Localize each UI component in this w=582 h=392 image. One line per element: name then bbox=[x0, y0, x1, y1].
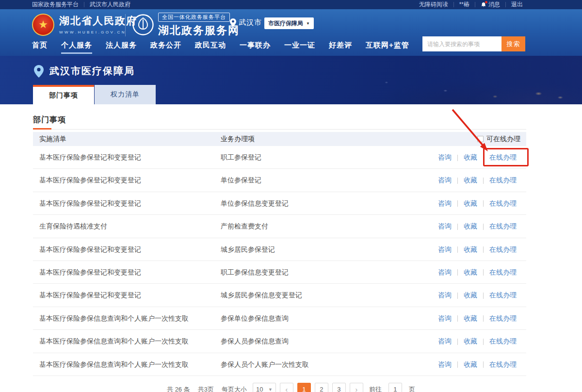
online-handle-link[interactable]: 在线办理 bbox=[489, 199, 517, 208]
online-handle-link[interactable]: 在线办理 bbox=[489, 245, 517, 254]
divider bbox=[125, 14, 126, 36]
online-handle-link[interactable]: 在线办理 bbox=[489, 337, 517, 346]
platform-badge: 全国一体化政务服务平台 bbox=[158, 13, 230, 22]
consult-link[interactable]: 咨询 bbox=[438, 222, 452, 231]
divider bbox=[457, 178, 458, 184]
page-button-2[interactable]: 2 bbox=[315, 383, 328, 392]
nav-item-rating[interactable]: 好差评 bbox=[329, 41, 352, 54]
consult-link[interactable]: 咨询 bbox=[438, 291, 452, 300]
prev-page-button[interactable]: ‹ bbox=[280, 383, 293, 392]
online-handle-link[interactable]: 在线办理 bbox=[489, 291, 517, 300]
divider bbox=[483, 200, 484, 207]
page-button-1[interactable]: 1 bbox=[297, 383, 311, 392]
nav-item-gov-disclosure[interactable]: 政务公开 bbox=[150, 41, 181, 54]
site-title-block[interactable]: 全国一体化政务服务平台 湖北政务服务网 bbox=[158, 12, 240, 38]
next-page-button[interactable]: › bbox=[350, 383, 363, 392]
page-title: 武汉市医疗保障局 bbox=[49, 65, 135, 78]
row-actions: 咨询 收藏 在线办理 bbox=[438, 176, 517, 185]
consult-link[interactable]: 咨询 bbox=[438, 360, 452, 369]
nav-item-home[interactable]: 首页 bbox=[32, 41, 48, 54]
city-selector[interactable]: 武汉市 bbox=[230, 18, 262, 27]
topbar-right-links: 无障碍阅读 **椿 消息 退出 bbox=[419, 0, 523, 9]
consult-link[interactable]: 咨询 bbox=[438, 176, 452, 185]
department-dropdown[interactable]: 市医疗保障局 ▼ bbox=[264, 17, 314, 29]
search-input[interactable] bbox=[422, 36, 501, 51]
main-nav: 首页 个人服务 法人服务 政务公开 政民互动 一事联办 一业一证 好差评 互联网… bbox=[32, 41, 423, 54]
consult-link[interactable]: 咨询 bbox=[438, 314, 452, 323]
online-handle-link[interactable]: 在线办理 bbox=[489, 153, 517, 162]
search-button[interactable]: 搜索 bbox=[501, 36, 525, 51]
national-platform-link[interactable]: 国家政务服务平台 bbox=[32, 0, 79, 9]
online-handle-link[interactable]: 在线办理 bbox=[489, 360, 517, 369]
favorite-link[interactable]: 收藏 bbox=[464, 360, 477, 369]
site-name: 湖北政务服务网 bbox=[158, 23, 240, 38]
consult-link[interactable]: 咨询 bbox=[438, 199, 452, 208]
username-link[interactable]: **椿 bbox=[459, 0, 469, 9]
online-handle-link[interactable]: 在线办理 bbox=[489, 176, 517, 185]
row-actions: 咨询 收藏 在线办理 bbox=[438, 199, 517, 208]
divider bbox=[483, 269, 484, 276]
consult-link[interactable]: 咨询 bbox=[438, 245, 452, 254]
table-row: 基本医疗保险参保信息查询和个人账户一次性支取 参保人员个人账户一次性支取 咨询 … bbox=[33, 353, 526, 376]
row-actions: 咨询 收藏 在线办理 bbox=[438, 337, 517, 346]
favorite-link[interactable]: 收藏 bbox=[464, 153, 477, 162]
online-handle-link[interactable]: 在线办理 bbox=[489, 314, 517, 323]
page-button-3[interactable]: 3 bbox=[332, 383, 346, 392]
favorite-link[interactable]: 收藏 bbox=[464, 245, 477, 254]
tab-bar: 部门事项 权力清单 bbox=[33, 85, 156, 104]
nav-item-one-license[interactable]: 一业一证 bbox=[284, 41, 315, 54]
favorite-link[interactable]: 收藏 bbox=[464, 314, 477, 323]
row-actions: 咨询 收藏 在线办理 bbox=[438, 245, 517, 254]
nav-item-internet-supervision[interactable]: 互联网+监管 bbox=[366, 41, 409, 54]
table-row: 基本医疗保险参保信息查询和个人账户一次性支取 参保人员参保信息查询 咨询 收藏 … bbox=[33, 330, 526, 353]
table-row: 基本医疗保险参保登记和变更登记 职工参保信息变更登记 咨询 收藏 在线办理 bbox=[33, 261, 526, 284]
accessibility-link[interactable]: 无障碍阅读 bbox=[419, 0, 448, 9]
favorite-link[interactable]: 收藏 bbox=[464, 337, 477, 346]
item-name: 单位参保登记 bbox=[221, 176, 261, 185]
page-size-value: 10 bbox=[256, 386, 263, 392]
site-header: ★ 湖北省人民政府 WWW.HUBEI.GOV.CN 全国一体化政务服务平台 湖… bbox=[0, 9, 582, 56]
department-banner: 武汉市医疗保障局 部门事项 权力清单 bbox=[0, 56, 582, 104]
tab-department-items[interactable]: 部门事项 bbox=[33, 85, 94, 104]
table-row: 生育保险待遇核准支付 产前检查费支付 咨询 收藏 在线办理 bbox=[33, 215, 526, 238]
divider bbox=[457, 269, 458, 276]
bell-icon bbox=[481, 2, 486, 8]
nav-item-interaction[interactable]: 政民互动 bbox=[195, 41, 226, 54]
favorite-link[interactable]: 收藏 bbox=[464, 268, 477, 277]
item-name: 参保人员参保信息查询 bbox=[221, 337, 289, 346]
list-name: 基本医疗保险参保登记和变更登记 bbox=[39, 153, 141, 162]
divider bbox=[483, 224, 484, 230]
page-size-select[interactable]: 10 ▼ bbox=[253, 383, 276, 392]
table-row: 基本医疗保险参保登记和变更登记 单位参保信息变更登记 咨询 收藏 在线办理 bbox=[33, 192, 526, 215]
divider bbox=[457, 315, 458, 322]
table-row: 基本医疗保险参保登记和变更登记 城乡居民参保登记 咨询 收藏 在线办理 bbox=[33, 238, 526, 261]
logout-link[interactable]: 退出 bbox=[511, 0, 523, 9]
messages-link[interactable]: 消息 bbox=[488, 0, 500, 9]
nav-item-personal-services[interactable]: 个人服务 bbox=[61, 41, 92, 54]
nav-item-joint-handling[interactable]: 一事联办 bbox=[240, 41, 271, 54]
online-filter[interactable]: 可在线办理 bbox=[477, 135, 520, 144]
goto-label: 前往 bbox=[369, 383, 382, 392]
total-pages: 共3页 bbox=[198, 383, 214, 392]
row-actions: 咨询 收藏 在线办理 bbox=[438, 268, 517, 277]
service-portal-logo-icon bbox=[132, 14, 154, 36]
nav-item-legal-services[interactable]: 法人服务 bbox=[106, 41, 137, 54]
consult-link[interactable]: 咨询 bbox=[438, 337, 452, 346]
section-title: 部门事项 bbox=[33, 115, 66, 125]
column-header-item: 业务办理项 bbox=[221, 135, 255, 144]
favorite-link[interactable]: 收藏 bbox=[464, 176, 477, 185]
favorite-link[interactable]: 收藏 bbox=[464, 291, 477, 300]
online-handle-link[interactable]: 在线办理 bbox=[489, 222, 517, 231]
divider bbox=[457, 339, 458, 345]
favorite-link[interactable]: 收藏 bbox=[464, 199, 477, 208]
divider bbox=[457, 361, 458, 368]
goto-page-input[interactable] bbox=[388, 383, 402, 392]
consult-link[interactable]: 咨询 bbox=[438, 153, 452, 162]
city-name: 武汉市 bbox=[239, 18, 262, 27]
online-handle-link[interactable]: 在线办理 bbox=[489, 268, 517, 277]
online-filter-checkbox[interactable] bbox=[477, 136, 484, 142]
wuhan-gov-link[interactable]: 武汉市人民政府 bbox=[90, 0, 130, 9]
consult-link[interactable]: 咨询 bbox=[438, 268, 452, 277]
favorite-link[interactable]: 收藏 bbox=[464, 222, 477, 231]
tab-power-list[interactable]: 权力清单 bbox=[95, 85, 156, 104]
